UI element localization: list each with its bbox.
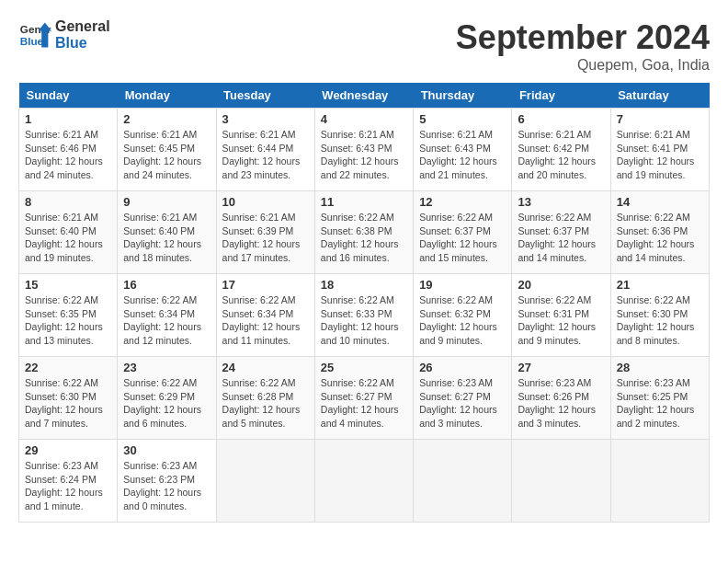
day-number: 14: [617, 195, 703, 209]
table-row: [314, 440, 413, 523]
calendar-week-row: 22Sunrise: 6:22 AMSunset: 6:30 PMDayligh…: [19, 357, 710, 440]
day-number: 25: [321, 361, 407, 374]
day-info: Sunrise: 6:23 AMSunset: 6:27 PMDaylight:…: [419, 376, 506, 431]
day-number: 10: [222, 195, 309, 209]
day-number: 29: [25, 443, 111, 457]
page-header: General Blue General Blue September 2024…: [18, 18, 710, 74]
col-thursday: Thursday: [414, 83, 512, 109]
calendar-week-row: 29Sunrise: 6:23 AMSunset: 6:24 PMDayligh…: [19, 440, 710, 523]
table-row: 1Sunrise: 6:21 AMSunset: 6:46 PMDaylight…: [19, 109, 118, 191]
calendar-week-row: 8Sunrise: 6:21 AMSunset: 6:40 PMDaylight…: [19, 191, 710, 274]
day-info: Sunrise: 6:23 AMSunset: 6:24 PMDaylight:…: [25, 459, 111, 513]
location-title: Quepem, Goa, India: [456, 57, 710, 74]
table-row: 24Sunrise: 6:22 AMSunset: 6:28 PMDayligh…: [216, 357, 314, 440]
day-number: 23: [123, 361, 210, 374]
day-info: Sunrise: 6:21 AMSunset: 6:40 PMDaylight:…: [25, 211, 111, 265]
col-saturday: Saturday: [610, 83, 709, 109]
day-info: Sunrise: 6:22 AMSunset: 6:27 PMDaylight:…: [321, 376, 407, 431]
day-info: Sunrise: 6:21 AMSunset: 6:44 PMDaylight:…: [222, 128, 309, 182]
table-row: 7Sunrise: 6:21 AMSunset: 6:41 PMDaylight…: [610, 109, 709, 191]
day-info: Sunrise: 6:22 AMSunset: 6:32 PMDaylight:…: [419, 293, 506, 348]
day-number: 11: [321, 195, 407, 209]
day-number: 28: [617, 361, 703, 374]
day-number: 8: [25, 195, 111, 209]
day-info: Sunrise: 6:21 AMSunset: 6:43 PMDaylight:…: [419, 128, 506, 182]
table-row: 8Sunrise: 6:21 AMSunset: 6:40 PMDaylight…: [19, 191, 118, 274]
table-row: 30Sunrise: 6:23 AMSunset: 6:23 PMDayligh…: [118, 440, 216, 523]
day-number: 17: [222, 278, 309, 292]
table-row: 14Sunrise: 6:22 AMSunset: 6:36 PMDayligh…: [610, 191, 709, 274]
table-row: 6Sunrise: 6:21 AMSunset: 6:42 PMDaylight…: [512, 109, 610, 191]
day-number: 7: [617, 112, 703, 126]
table-row: 17Sunrise: 6:22 AMSunset: 6:34 PMDayligh…: [216, 274, 314, 357]
table-row: 27Sunrise: 6:23 AMSunset: 6:26 PMDayligh…: [512, 357, 610, 440]
day-info: Sunrise: 6:23 AMSunset: 6:26 PMDaylight:…: [518, 376, 604, 431]
day-info: Sunrise: 6:22 AMSunset: 6:37 PMDaylight:…: [419, 211, 506, 265]
day-number: 21: [617, 278, 703, 292]
col-monday: Monday: [118, 83, 216, 109]
col-friday: Friday: [512, 83, 610, 109]
day-number: 5: [419, 112, 506, 126]
day-number: 12: [419, 195, 506, 209]
calendar-header-row: Sunday Monday Tuesday Wednesday Thursday…: [19, 83, 710, 109]
table-row: [512, 440, 610, 523]
table-row: 2Sunrise: 6:21 AMSunset: 6:45 PMDaylight…: [118, 109, 216, 191]
table-row: [414, 440, 512, 523]
table-row: 13Sunrise: 6:22 AMSunset: 6:37 PMDayligh…: [512, 191, 610, 274]
day-number: 9: [123, 195, 210, 209]
day-info: Sunrise: 6:21 AMSunset: 6:40 PMDaylight:…: [123, 211, 210, 265]
day-number: 30: [123, 443, 210, 457]
logo-general: General: [55, 18, 110, 35]
table-row: 21Sunrise: 6:22 AMSunset: 6:30 PMDayligh…: [610, 274, 709, 357]
table-row: 12Sunrise: 6:22 AMSunset: 6:37 PMDayligh…: [414, 191, 512, 274]
table-row: 19Sunrise: 6:22 AMSunset: 6:32 PMDayligh…: [414, 274, 512, 357]
day-number: 16: [123, 278, 210, 292]
day-info: Sunrise: 6:21 AMSunset: 6:46 PMDaylight:…: [25, 128, 111, 182]
day-info: Sunrise: 6:21 AMSunset: 6:43 PMDaylight:…: [321, 128, 407, 182]
day-number: 19: [419, 278, 506, 292]
logo-icon: General Blue: [18, 18, 51, 52]
day-info: Sunrise: 6:23 AMSunset: 6:25 PMDaylight:…: [617, 376, 703, 431]
day-info: Sunrise: 6:21 AMSunset: 6:39 PMDaylight:…: [222, 211, 309, 265]
calendar-week-row: 1Sunrise: 6:21 AMSunset: 6:46 PMDaylight…: [19, 109, 710, 191]
day-info: Sunrise: 6:22 AMSunset: 6:34 PMDaylight:…: [222, 293, 309, 348]
table-row: 5Sunrise: 6:21 AMSunset: 6:43 PMDaylight…: [414, 109, 512, 191]
day-number: 4: [321, 112, 407, 126]
month-title: September 2024: [456, 18, 710, 57]
table-row: 4Sunrise: 6:21 AMSunset: 6:43 PMDaylight…: [314, 109, 413, 191]
day-info: Sunrise: 6:22 AMSunset: 6:33 PMDaylight:…: [321, 293, 407, 348]
table-row: 16Sunrise: 6:22 AMSunset: 6:34 PMDayligh…: [118, 274, 216, 357]
table-row: 29Sunrise: 6:23 AMSunset: 6:24 PMDayligh…: [19, 440, 118, 523]
day-info: Sunrise: 6:22 AMSunset: 6:38 PMDaylight:…: [321, 211, 407, 265]
day-info: Sunrise: 6:22 AMSunset: 6:30 PMDaylight:…: [617, 293, 703, 348]
table-row: 25Sunrise: 6:22 AMSunset: 6:27 PMDayligh…: [314, 357, 413, 440]
day-number: 24: [222, 361, 309, 374]
table-row: 18Sunrise: 6:22 AMSunset: 6:33 PMDayligh…: [314, 274, 413, 357]
day-info: Sunrise: 6:22 AMSunset: 6:35 PMDaylight:…: [25, 293, 111, 348]
day-info: Sunrise: 6:21 AMSunset: 6:45 PMDaylight:…: [123, 128, 210, 182]
day-number: 6: [518, 112, 604, 126]
table-row: [610, 440, 709, 523]
col-tuesday: Tuesday: [216, 83, 314, 109]
day-number: 13: [518, 195, 604, 209]
day-number: 1: [25, 112, 111, 126]
day-number: 18: [321, 278, 407, 292]
calendar-week-row: 15Sunrise: 6:22 AMSunset: 6:35 PMDayligh…: [19, 274, 710, 357]
day-info: Sunrise: 6:22 AMSunset: 6:37 PMDaylight:…: [518, 211, 604, 265]
day-info: Sunrise: 6:22 AMSunset: 6:31 PMDaylight:…: [518, 293, 604, 348]
day-number: 3: [222, 112, 309, 126]
svg-text:Blue: Blue: [20, 35, 44, 47]
table-row: 11Sunrise: 6:22 AMSunset: 6:38 PMDayligh…: [314, 191, 413, 274]
col-wednesday: Wednesday: [314, 83, 413, 109]
logo: General Blue General Blue: [18, 18, 110, 52]
table-row: 9Sunrise: 6:21 AMSunset: 6:40 PMDaylight…: [118, 191, 216, 274]
calendar-table: Sunday Monday Tuesday Wednesday Thursday…: [18, 83, 710, 523]
day-info: Sunrise: 6:22 AMSunset: 6:29 PMDaylight:…: [123, 376, 210, 431]
day-number: 20: [518, 278, 604, 292]
day-info: Sunrise: 6:23 AMSunset: 6:23 PMDaylight:…: [123, 459, 210, 513]
day-number: 22: [25, 361, 111, 374]
col-sunday: Sunday: [19, 83, 118, 109]
title-section: September 2024 Quepem, Goa, India: [456, 18, 710, 74]
table-row: 28Sunrise: 6:23 AMSunset: 6:25 PMDayligh…: [610, 357, 709, 440]
table-row: 26Sunrise: 6:23 AMSunset: 6:27 PMDayligh…: [414, 357, 512, 440]
